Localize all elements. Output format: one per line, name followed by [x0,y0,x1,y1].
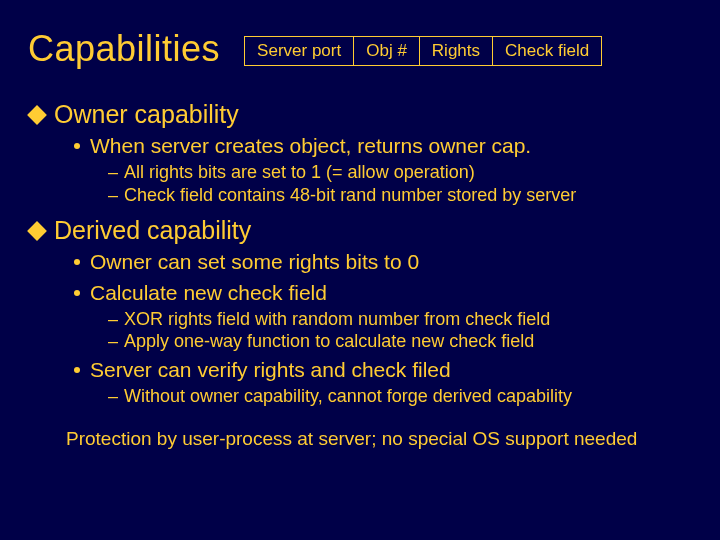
dot-bullet-icon [74,290,80,296]
section-owner-title: Owner capability [54,100,239,129]
bullet-item: Calculate new check field [74,280,700,306]
bullet-item: Server can verify rights and check filed [74,357,700,383]
diamond-bullet-icon [27,105,47,125]
bullet-text: Server can verify rights and check filed [90,357,451,383]
dash-bullet-icon: – [108,330,118,353]
slide: Capabilities Server port Obj # Rights Ch… [0,0,720,540]
field-server-port: Server port [245,37,354,66]
bullet-item: Owner can set some rights bits to 0 [74,249,700,275]
dash-bullet-icon: – [108,385,118,408]
dash-bullet-icon: – [108,161,118,184]
sub-bullet-text: Apply one-way function to calculate new … [124,330,534,353]
sub-bullet-text: All rights bits are set to 1 (= allow op… [124,161,475,184]
slide-body: Owner capability When server creates obj… [28,100,700,450]
sub-bullet-item: – Apply one-way function to calculate ne… [108,330,700,353]
sub-bullet-item: – All rights bits are set to 1 (= allow … [108,161,700,184]
bullet-item: When server creates object, returns owne… [74,133,700,159]
dot-bullet-icon [74,367,80,373]
dot-bullet-icon [74,143,80,149]
dot-bullet-icon [74,259,80,265]
sub-bullet-text: Check field contains 48-bit rand number … [124,184,576,207]
section-owner-heading: Owner capability [28,100,700,129]
capability-fields-table: Server port Obj # Rights Check field [244,36,602,66]
bullet-text: When server creates object, returns owne… [90,133,531,159]
sub-bullet-text: XOR rights field with random number from… [124,308,550,331]
slide-header: Capabilities Server port Obj # Rights Ch… [28,28,700,70]
footer-note: Protection by user-process at server; no… [66,428,700,450]
field-obj-num: Obj # [354,37,420,66]
slide-title: Capabilities [28,28,220,70]
diamond-bullet-icon [27,221,47,241]
sub-bullet-item: – Check field contains 48-bit rand numbe… [108,184,700,207]
bullet-text: Owner can set some rights bits to 0 [90,249,419,275]
section-derived-heading: Derived capability [28,216,700,245]
dash-bullet-icon: – [108,184,118,207]
field-check: Check field [493,37,602,66]
sub-bullet-text: Without owner capability, cannot forge d… [124,385,572,408]
bullet-text: Calculate new check field [90,280,327,306]
section-derived-title: Derived capability [54,216,251,245]
sub-bullet-item: – Without owner capability, cannot forge… [108,385,700,408]
field-rights: Rights [419,37,492,66]
dash-bullet-icon: – [108,308,118,331]
sub-bullet-item: – XOR rights field with random number fr… [108,308,700,331]
